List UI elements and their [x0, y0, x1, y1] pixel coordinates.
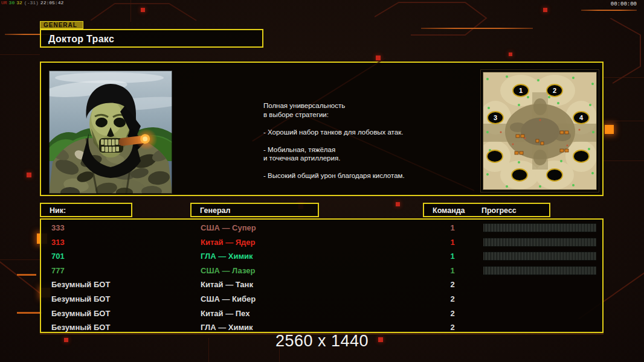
column-header-team-progress: Команда Прогресс [423, 203, 550, 217]
player-row: 701ГЛА — Химик1 [41, 249, 602, 264]
player-nick: 333 [51, 223, 65, 232]
decor-orange-line [421, 28, 533, 29]
player-general: США — Лазер [201, 266, 255, 275]
general-name-box: Доктор Тракс [40, 29, 263, 48]
loading-progress-bar [483, 252, 596, 261]
column-header-nick: Ник: [40, 203, 132, 217]
debug-overlay-segment: 22:05:42 [40, 0, 63, 5]
decor-line [604, 77, 644, 78]
debug-overlay-segment: (-31) [24, 0, 39, 5]
player-team: 1 [443, 238, 462, 247]
decor-red-square [509, 52, 512, 56]
fps-debug-overlay: UR3032(-31)22:05:42 [1, 1, 65, 5]
player-general: США — Кибер [201, 294, 256, 303]
player-general: США — Супер [201, 223, 256, 232]
general-portrait [49, 71, 172, 194]
hexagon-decor [375, 0, 495, 42]
general-portrait-image [49, 71, 172, 194]
player-list: 333США — Супер1313Китай — Ядер1701ГЛА — … [40, 218, 604, 333]
start-position-2: 2 [553, 87, 556, 94]
decor-red-square [376, 56, 381, 60]
column-header-nick-label: Ник: [50, 206, 66, 215]
general-tab-label: GENERAL [40, 21, 83, 29]
decor-line [604, 121, 644, 121]
decor-orange-line [581, 10, 637, 11]
player-team: 2 [443, 309, 462, 318]
start-position-1: 1 [519, 87, 523, 94]
decor-line [130, 0, 131, 22]
player-row: Безумный БОТКитай — Пех2 [41, 306, 602, 321]
loading-progress-bar [483, 266, 596, 275]
player-nick: Безумный БОТ [51, 294, 110, 303]
player-row: 313Китай — Ядер1 [41, 235, 602, 250]
player-team: 1 [443, 252, 462, 261]
column-header-general: Генерал [190, 203, 319, 217]
player-general: Китай — Пех [201, 309, 250, 318]
decor-red-square [396, 202, 400, 206]
hexagon-decor [91, 0, 199, 24]
player-row: 333США — Супер1 [41, 221, 602, 235]
decor-line [604, 160, 644, 161]
decor-red-square [543, 8, 547, 12]
debug-overlay-segment: UR [1, 0, 7, 5]
start-position-4: 4 [579, 114, 584, 121]
player-general: ГЛА — Химик [201, 252, 253, 261]
player-general: Китай — Танк [201, 280, 253, 289]
map-preview: 1 2 3 4 [480, 69, 599, 192]
player-team: 2 [443, 280, 462, 289]
resolution-label: 2560 x 1440 [0, 332, 644, 351]
player-row: Безумный БОТКитай — Танк2 [41, 278, 602, 292]
decor-line [0, 54, 40, 55]
start-position-3: 3 [494, 114, 497, 121]
player-general: Китай — Ядер [201, 238, 256, 247]
column-header-progress-label: Прогресс [481, 206, 517, 215]
column-header-general-label: Генерал [200, 206, 230, 215]
player-nick: 777 [51, 266, 65, 275]
debug-overlay-segment: 30 [9, 0, 15, 5]
player-team: 1 [443, 223, 462, 232]
loading-progress-bar [483, 238, 596, 247]
loading-progress-bar [483, 223, 596, 232]
player-nick: 701 [51, 252, 65, 261]
player-row: Безумный БОТСША — Кибер2 [41, 292, 602, 306]
player-team: 2 [443, 323, 462, 332]
decor-orange-square [605, 125, 614, 134]
player-nick: Безумный БОТ [51, 280, 110, 289]
player-nick: Безумный БОТ [51, 309, 110, 318]
player-team: 2 [443, 294, 462, 303]
player-general: ГЛА — Химик [201, 323, 253, 332]
decor-orange-dash [17, 274, 36, 276]
general-description: Полная универсальность в выборе стратеги… [263, 101, 463, 180]
decor-red-square [141, 8, 145, 12]
player-nick: 313 [51, 238, 65, 247]
decor-red-square [27, 173, 31, 177]
general-info-panel: Полная универсальность в выборе стратеги… [40, 62, 604, 196]
decor-line [0, 259, 40, 260]
player-team: 1 [443, 266, 462, 275]
map-preview-image: 1 2 3 4 [483, 72, 597, 190]
hexagon-decor [604, 18, 644, 84]
debug-overlay-segment: 32 [16, 0, 22, 5]
decor-orange-dash [17, 312, 42, 314]
player-nick: Безумный БОТ [51, 323, 110, 332]
player-row: 777США — Лазер1 [41, 264, 602, 278]
recording-timer: 00:00:00 [611, 1, 637, 7]
general-name: Доктор Тракс [48, 34, 114, 45]
column-header-team-label: Команда [433, 206, 465, 215]
